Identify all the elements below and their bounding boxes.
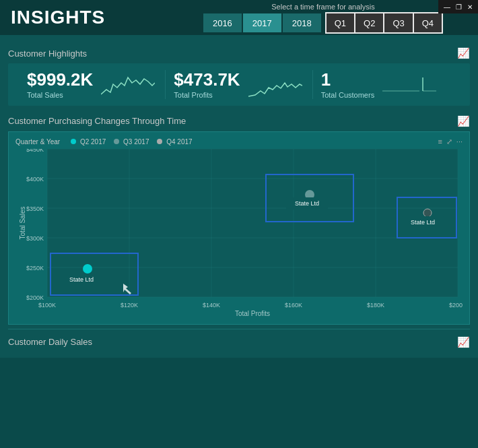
svg-text:$180K: $180K <box>367 302 384 309</box>
q2-button[interactable]: Q2 <box>355 13 383 32</box>
legend-q4-dot <box>157 139 162 144</box>
daily-trend-icon: 📈 <box>457 336 470 348</box>
total-sales-sparkline <box>101 71 155 98</box>
app-title: INSIGHTS <box>0 0 116 35</box>
svg-text:$250K: $250K <box>26 265 44 271</box>
legend-q4-label: Q4 2017 <box>166 138 192 146</box>
svg-text:$140K: $140K <box>203 302 220 309</box>
svg-text:Total Profits: Total Profits <box>235 310 270 317</box>
daily-sales-title: Customer Daily Sales <box>8 337 92 347</box>
chart-container: Quarter & Year Q2 2017 Q3 2017 Q4 2017 <box>8 131 470 325</box>
minimize-icon[interactable]: — <box>444 3 450 11</box>
header-bar: INSIGHTS Select a time frame for analysi… <box>0 0 478 35</box>
svg-text:$200K: $200K <box>449 302 463 309</box>
total-profits-value: $473.7K <box>174 70 240 90</box>
year-2016-button[interactable]: 2016 <box>203 13 242 32</box>
time-frame-label: Select a time frame for analysis <box>271 0 374 12</box>
kpi-section-header: Customer Highlights 📈 <box>8 47 470 59</box>
svg-text:$160K: $160K <box>285 302 302 309</box>
svg-text:$120K: $120K <box>121 302 138 309</box>
purchasing-chart-section: Customer Purchasing Changes Through Time… <box>8 115 470 325</box>
kpi-section-title: Customer Highlights <box>8 49 87 59</box>
svg-text:State Ltd: State Ltd <box>295 200 319 207</box>
main-content: Customer Highlights 📈 $999.2K Total Sale… <box>0 35 478 358</box>
legend-q2-item: Q2 2017 <box>71 138 106 146</box>
q4-button[interactable]: Q4 <box>414 13 442 32</box>
window-controls: — ❐ ✕ <box>438 0 478 13</box>
q3-button[interactable]: Q3 <box>384 13 412 32</box>
daily-sales-section: Customer Daily Sales 📈 <box>8 329 470 348</box>
legend-q3-dot <box>114 139 119 144</box>
purchasing-trend-icon: 📈 <box>457 115 470 127</box>
restore-icon[interactable]: ❐ <box>456 3 462 11</box>
svg-text:State Ltd: State Ltd <box>69 276 94 283</box>
year-2017-button[interactable]: 2017 <box>243 13 281 32</box>
time-frame-section: Select a time frame for analysis 2016 20… <box>168 0 478 34</box>
purchasing-section-header: Customer Purchasing Changes Through Time… <box>8 115 470 127</box>
total-customers-value: 1 <box>321 70 374 90</box>
total-profits-label: Total Profits <box>174 91 240 99</box>
purchasing-section-title: Customer Purchasing Changes Through Time <box>8 116 186 126</box>
close-icon[interactable]: ✕ <box>467 3 473 11</box>
time-buttons: 2016 2017 2018 Q1 Q2 Q3 Q4 — ❐ ✕ <box>203 12 443 34</box>
kpi-section: Customer Highlights 📈 $999.2K Total Sale… <box>8 40 470 113</box>
year-2018-button[interactable]: 2018 <box>283 13 321 32</box>
legend-q2-label: Q2 2017 <box>80 138 106 146</box>
svg-text:$100K: $100K <box>38 302 56 309</box>
chart-menu-icon[interactable]: ≡ <box>438 137 442 146</box>
chart-more-icon[interactable]: ··· <box>456 137 463 146</box>
svg-text:State Ltd: State Ltd <box>411 219 435 226</box>
total-sales-value: $999.2K <box>27 70 93 90</box>
kpi-trend-icon: 📈 <box>457 47 470 59</box>
total-sales-label: Total Sales <box>27 91 93 99</box>
legend-q3-item: Q3 2017 <box>114 138 149 146</box>
chart-legend: Quarter & Year Q2 2017 Q3 2017 Q4 2017 <box>15 138 193 146</box>
chart-expand-icon[interactable]: ⤢ <box>446 137 452 146</box>
svg-rect-3 <box>47 149 458 297</box>
quarter-button-group: Q1 Q2 Q3 Q4 <box>325 12 443 34</box>
q2-dot <box>83 264 92 274</box>
daily-sales-header: Customer Daily Sales 📈 <box>8 336 470 348</box>
legend-q3-label: Q3 2017 <box>123 138 149 146</box>
legend-q4-item: Q4 2017 <box>157 138 192 146</box>
kpi-total-sales: $999.2K Total Sales <box>19 70 166 99</box>
legend-quarter-year-label: Quarter & Year <box>15 138 60 146</box>
legend-q2-dot <box>71 139 76 144</box>
chart-options: ≡ ⤢ ··· <box>438 137 463 146</box>
svg-text:$300K: $300K <box>26 235 44 242</box>
svg-text:$400K: $400K <box>26 176 44 183</box>
q4-dot <box>423 209 432 217</box>
total-customers-label: Total Customers <box>321 91 374 99</box>
total-profits-sparkline <box>248 71 302 98</box>
kpi-total-customers: 1 Total Customers <box>313 70 459 99</box>
svg-text:$450K: $450K <box>26 149 44 153</box>
svg-text:Total Sales: Total Sales <box>19 206 26 239</box>
svg-text:$200K: $200K <box>26 294 44 301</box>
chart-inner-header: Quarter & Year Q2 2017 Q3 2017 Q4 2017 <box>15 137 463 146</box>
total-customers-sparkline <box>382 71 436 98</box>
scatter-chart-svg: $450K $400K $350K $300K $250K $200K $100… <box>15 149 463 317</box>
chart-area: $450K $400K $350K $300K $250K $200K $100… <box>15 149 463 317</box>
kpi-total-profits: $473.7K Total Profits <box>166 70 312 99</box>
svg-text:$350K: $350K <box>26 205 44 212</box>
kpi-cards: $999.2K Total Sales $473.7K Total Profit… <box>8 63 470 106</box>
q1-button[interactable]: Q1 <box>327 13 354 32</box>
